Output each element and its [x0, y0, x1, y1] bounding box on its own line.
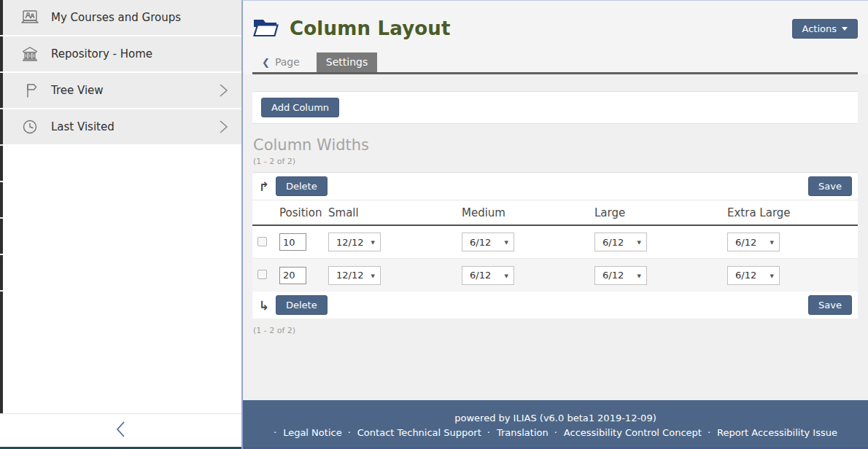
tab-label: Settings — [326, 56, 368, 68]
sidebar-item-last-visited[interactable]: Last Visited — [3, 109, 241, 144]
position-input[interactable] — [279, 267, 306, 284]
column-header-extra-large: Extra Large — [727, 206, 858, 219]
footer-link-contact-support[interactable]: Contact Technical Support — [348, 427, 481, 438]
actions-button[interactable]: Actions — [792, 19, 859, 39]
actions-button-label: Actions — [802, 23, 837, 34]
sidebar: My Courses and Groups Repository - Home — [0, 0, 241, 449]
add-column-button[interactable]: Add Column — [261, 98, 339, 117]
tab-label: Page — [275, 56, 300, 68]
extra-large-width-select[interactable]: 6/12 — [727, 266, 780, 285]
small-width-select[interactable]: 12/12 — [328, 266, 381, 285]
medium-width-select[interactable]: 6/12 — [462, 233, 514, 251]
app-window: My Courses and Groups Repository - Home — [0, 0, 868, 449]
column-header-large: Large — [594, 206, 727, 219]
large-width-select[interactable]: 6/12 — [594, 266, 647, 285]
column-header-medium: Medium — [462, 206, 594, 219]
sidebar-menu: My Courses and Groups Repository - Home — [3, 0, 241, 144]
main-area: Column Layout Actions ❮ Page Settings Ad… — [241, 0, 868, 449]
table-row: 12/12 6/12 6/12 6/12 — [252, 226, 858, 259]
position-input[interactable] — [279, 233, 306, 251]
footer-link-report-accessibility[interactable]: Report Accessibility Issue — [708, 427, 837, 438]
chevron-right-icon — [219, 83, 228, 98]
small-width-select[interactable]: 12/12 — [328, 233, 381, 251]
footer-link-accessibility-concept[interactable]: Accessibility Control Concept — [554, 427, 702, 438]
sidebar-item-label: Repository - Home — [51, 47, 152, 60]
powered-by-text: powered by ILIAS (v6.0 beta1 2019-12-09) — [250, 413, 861, 423]
chevron-left-icon: ❮ — [262, 57, 270, 68]
add-column-toolbar: Add Column — [252, 91, 858, 124]
delete-button-bottom[interactable]: Delete — [276, 295, 328, 315]
column-header-small: Small — [328, 206, 462, 219]
clock-icon — [20, 117, 39, 136]
table-header-row: Position Small Medium Large Extra Large — [252, 200, 858, 226]
save-button-top[interactable]: Save — [808, 176, 852, 196]
footer-link-legal-notice[interactable]: Legal Notice — [274, 427, 342, 438]
tab-page[interactable]: ❮ Page — [252, 52, 309, 72]
apply-down-arrow-icon: ↳ — [257, 298, 271, 313]
row-checkbox[interactable] — [257, 270, 267, 279]
row-checkbox[interactable] — [257, 237, 267, 246]
tab-bar: ❮ Page Settings — [252, 52, 858, 74]
chevron-left-icon — [115, 420, 128, 442]
footer-link-translation[interactable]: Translation — [487, 427, 549, 438]
footer-links: Legal Notice Contact Technical Support T… — [250, 427, 861, 438]
save-button-bottom[interactable]: Save — [808, 295, 852, 315]
column-header-position: Position — [279, 206, 328, 219]
caret-down-icon — [842, 27, 848, 31]
table-row: 12/12 6/12 6/12 6/12 — [252, 259, 858, 292]
column-widths-table: ↱ Delete Save Position Small Medium Larg… — [252, 172, 858, 319]
table-toolbar-top: ↱ Delete Save — [252, 173, 858, 200]
sidebar-item-label: My Courses and Groups — [51, 11, 181, 24]
table-toolbar-bottom: ↳ Delete Save — [252, 292, 858, 319]
courses-icon — [20, 8, 39, 27]
section-title: Column Widths — [253, 136, 858, 154]
sidebar-item-repository[interactable]: Repository - Home — [3, 36, 241, 71]
sidebar-item-tree-view[interactable]: Tree View — [3, 73, 241, 108]
chevron-right-icon — [219, 120, 228, 134]
signpost-icon — [20, 81, 39, 100]
sidebar-collapse-button[interactable] — [0, 413, 241, 447]
sidebar-item-label: Last Visited — [51, 120, 115, 133]
page-header: Column Layout Actions ❮ Page Settings — [243, 1, 868, 74]
delete-button-top[interactable]: Delete — [276, 176, 328, 196]
apply-up-arrow-icon: ↱ — [257, 179, 271, 194]
sidebar-item-label: Tree View — [51, 84, 104, 97]
repository-icon — [20, 44, 39, 63]
page-title: Column Layout — [290, 17, 451, 39]
result-range-bottom: (1 - 2 of 2) — [253, 326, 858, 335]
tab-settings[interactable]: Settings — [317, 52, 377, 72]
page-content: Add Column Column Widths (1 - 2 of 2) ↱ … — [243, 74, 868, 400]
result-range: (1 - 2 of 2) — [253, 157, 858, 166]
large-width-select[interactable]: 6/12 — [594, 233, 647, 251]
folder-icon — [252, 16, 279, 41]
footer: powered by ILIAS (v6.0 beta1 2019-12-09)… — [243, 400, 868, 449]
extra-large-width-select[interactable]: 6/12 — [727, 233, 780, 251]
column-widths-section-header: Column Widths (1 - 2 of 2) — [253, 136, 858, 166]
medium-width-select[interactable]: 6/12 — [462, 266, 514, 285]
sidebar-item-my-courses[interactable]: My Courses and Groups — [3, 0, 241, 35]
